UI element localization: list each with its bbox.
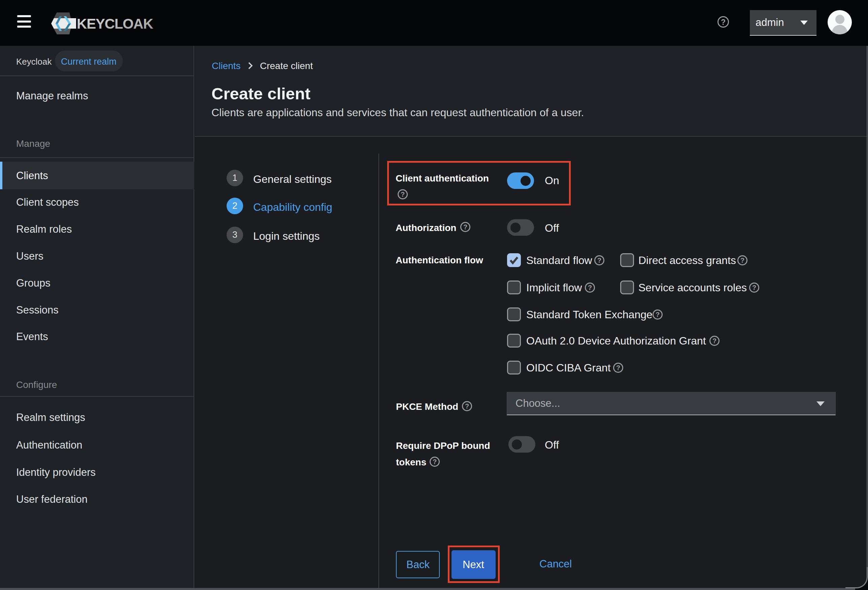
svg-text:KEYCLOAK: KEYCLOAK (77, 16, 153, 32)
